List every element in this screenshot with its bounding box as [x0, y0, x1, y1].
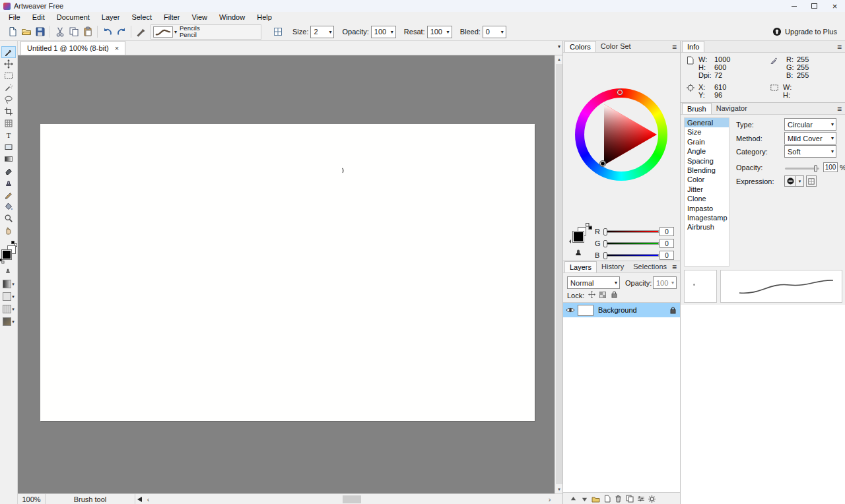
undo-button[interactable]: [100, 24, 114, 39]
brush-setting-size[interactable]: Size: [685, 127, 729, 137]
grid-tool[interactable]: [1, 117, 16, 129]
layer-opacity-dropdown[interactable]: 100▾: [653, 276, 677, 289]
green-slider-thumb[interactable]: [603, 240, 607, 247]
close-button[interactable]: ×: [825, 0, 845, 12]
zoom-level[interactable]: 100%: [18, 494, 46, 504]
vertical-scrollbar[interactable]: ▲ ▼: [555, 55, 562, 493]
panel-menu-icon[interactable]: ≡: [672, 263, 677, 272]
redo-button[interactable]: [114, 24, 128, 39]
brush-setting-imagestamp[interactable]: Imagestamp: [685, 213, 729, 222]
vertical-scroll-thumb[interactable]: [556, 64, 562, 484]
fill-tool[interactable]: [1, 201, 16, 212]
document-tab[interactable]: Untitled 1 @ 100% (8-bit) ×: [20, 41, 125, 55]
resat-dropdown[interactable]: 100▾: [427, 26, 452, 38]
layer-settings-button[interactable]: [648, 495, 656, 503]
pencil-tool[interactable]: [1, 189, 16, 201]
default-colors-icon[interactable]: [0, 259, 5, 264]
brush-setting-angle[interactable]: Angle: [685, 146, 729, 156]
color-sampler-icon[interactable]: [4, 267, 12, 274]
blue-slider-thumb[interactable]: [603, 252, 607, 259]
red-value[interactable]: 0: [659, 227, 674, 236]
sv-triangle[interactable]: [575, 88, 667, 181]
zoom-tool[interactable]: [1, 212, 16, 224]
tab-layers[interactable]: Layers: [564, 261, 597, 272]
menu-document[interactable]: Document: [51, 12, 96, 23]
menu-file[interactable]: File: [3, 12, 26, 23]
scroll-right-icon[interactable]: ›: [545, 494, 554, 504]
upgrade-to-plus-button[interactable]: Upgrade to Plus: [772, 27, 837, 36]
menu-filter[interactable]: Filter: [158, 12, 186, 23]
brush-setting-spacing[interactable]: Spacing: [685, 156, 729, 166]
edit-brush-button[interactable]: [134, 24, 148, 39]
text-tool[interactable]: T: [1, 129, 16, 141]
sv-marker[interactable]: [600, 161, 605, 166]
tablet-settings-button[interactable]: [806, 175, 817, 187]
canvas-viewport[interactable]: [18, 55, 555, 493]
hue-marker[interactable]: [617, 90, 623, 95]
brush-opacity-value[interactable]: 100: [823, 162, 838, 172]
brush-setting-color[interactable]: Color: [685, 175, 729, 184]
tab-info[interactable]: Info: [682, 41, 704, 52]
save-button[interactable]: [33, 24, 47, 39]
blue-slider[interactable]: [605, 254, 659, 257]
lasso-tool[interactable]: [1, 94, 16, 106]
lock-position-button[interactable]: [587, 290, 596, 299]
tab-brush[interactable]: Brush: [682, 103, 712, 114]
new-group-button[interactable]: [592, 495, 600, 503]
default-colors-icon[interactable]: [568, 239, 574, 244]
move-layer-down-button[interactable]: [580, 495, 589, 503]
rect-select-tool[interactable]: [1, 70, 16, 82]
clone-stamp-tool[interactable]: [1, 177, 16, 189]
open-file-button[interactable]: [19, 24, 33, 39]
shape-tool[interactable]: [1, 141, 16, 153]
scroll-left-icon[interactable]: ‹: [144, 494, 152, 504]
minimize-button[interactable]: [784, 0, 804, 12]
layer-row-background[interactable]: Background: [563, 303, 680, 317]
copy-button[interactable]: [67, 24, 81, 39]
swap-colors-icon[interactable]: [586, 223, 592, 230]
brush-setting-blending[interactable]: Blending: [685, 166, 729, 175]
panel-menu-icon[interactable]: ≡: [837, 42, 842, 51]
tab-color-set[interactable]: Color Set: [596, 41, 636, 52]
layer-visibility-icon[interactable]: [566, 307, 575, 313]
menu-edit[interactable]: Edit: [26, 12, 51, 23]
foreground-color-swatch[interactable]: [572, 231, 584, 243]
tab-selections[interactable]: Selections: [628, 261, 671, 272]
tab-close-icon[interactable]: ×: [115, 44, 119, 52]
opacity-dropdown[interactable]: 100▾: [371, 26, 396, 38]
gradient-picker[interactable]: ▾: [1, 278, 17, 290]
red-slider[interactable]: [605, 230, 659, 233]
bleed-dropdown[interactable]: 0▾: [483, 26, 506, 38]
menu-layer[interactable]: Layer: [96, 12, 126, 23]
brush-opacity-slider[interactable]: [785, 168, 819, 170]
size-dropdown[interactable]: 2▾: [310, 26, 334, 38]
new-layer-button[interactable]: [603, 495, 611, 503]
layer-thumbnail[interactable]: [578, 305, 593, 316]
lock-pixels-button[interactable]: [598, 290, 607, 299]
lock-all-button[interactable]: [609, 290, 619, 299]
weave-picker[interactable]: ▾: [1, 303, 17, 315]
horizontal-scroll-thumb[interactable]: [343, 495, 361, 503]
canvas[interactable]: [40, 124, 535, 421]
paste-button[interactable]: [81, 24, 94, 39]
menu-view[interactable]: View: [186, 12, 213, 23]
panel-grip-icon[interactable]: [137, 497, 143, 502]
new-file-button[interactable]: [5, 24, 19, 39]
brush-opacity-thumb[interactable]: [814, 165, 817, 172]
expression-dropdown-button[interactable]: ▾: [795, 175, 804, 187]
brush-setting-impasto[interactable]: Impasto: [685, 204, 729, 213]
move-tool[interactable]: [1, 58, 16, 70]
tab-colors[interactable]: Colors: [564, 41, 596, 52]
menu-select[interactable]: Select: [125, 12, 158, 23]
brush-setting-clone[interactable]: Clone: [685, 194, 729, 203]
chevron-down-icon[interactable]: ▾: [174, 29, 177, 35]
brush-setting-general[interactable]: General: [685, 118, 729, 127]
red-slider-thumb[interactable]: [603, 228, 607, 236]
panel-menu-icon[interactable]: ≡: [672, 42, 677, 51]
layer-name[interactable]: Background: [598, 306, 637, 314]
color-sampler-icon[interactable]: [574, 248, 583, 257]
green-slider[interactable]: [605, 242, 659, 245]
menu-window[interactable]: Window: [213, 12, 251, 23]
brush-selector[interactable]: ▾ Pencils Pencil: [151, 24, 261, 40]
duplicate-layer-button[interactable]: [625, 495, 634, 503]
